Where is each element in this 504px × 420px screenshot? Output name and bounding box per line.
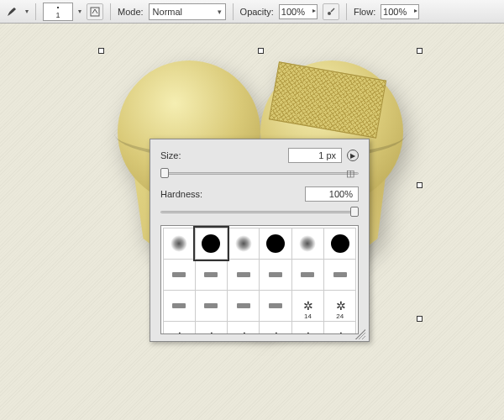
transform-handle[interactable]	[258, 48, 264, 54]
flow-label: Flow:	[354, 7, 375, 17]
brush-thumbnail-icon: ✲	[207, 330, 215, 335]
brush-preset-item[interactable]	[323, 259, 356, 291]
brush-thumbnail-icon	[237, 303, 250, 308]
hardness-input[interactable]: 100%	[305, 186, 359, 202]
brush-thumbnail-icon: ✲	[336, 330, 344, 335]
brush-preset-item[interactable]	[163, 290, 196, 322]
brush-preset-item[interactable]	[163, 228, 196, 260]
brush-preset-item[interactable]	[163, 259, 196, 291]
brush-thumbnail-icon	[172, 272, 186, 277]
hardness-slider[interactable]	[160, 205, 359, 218]
brush-preset-size: 1	[55, 11, 60, 19]
flow-value: 100%	[383, 7, 407, 17]
opacity-input[interactable]: 100% ▸	[279, 4, 318, 19]
brush-thumbnail-icon	[237, 272, 250, 277]
brush-preset-item[interactable]: ✲17	[323, 321, 356, 335]
brush-preset-item[interactable]: ✲59	[259, 321, 291, 335]
divider	[35, 3, 36, 20]
brush-thumbnail-icon	[331, 234, 349, 253]
brush-thumbnail-icon: ✲	[303, 299, 312, 312]
brush-thumbnail-icon: ✲	[239, 330, 248, 335]
brush-thumbnail-icon	[266, 234, 285, 253]
brush-thumbnail-icon	[269, 303, 282, 308]
brush-preset-chevron-icon[interactable]: ▾	[78, 8, 81, 15]
divider	[346, 3, 347, 20]
brush-preset-list[interactable]: ✲14✲24✲27✲39✲46✲59✲11✲17	[160, 225, 359, 334]
brush-preset-item[interactable]	[291, 259, 324, 291]
size-input[interactable]: 1 px	[288, 148, 342, 163]
options-bar: ▾ 1 ▾ Mode: Normal ▾ Opacity: 100% ▸ Flo…	[0, 0, 504, 24]
brush-preset-preview[interactable]: 1	[43, 3, 73, 21]
brush-thumbnail-icon	[301, 272, 314, 277]
flyout-menu-button[interactable]: ▶	[347, 150, 359, 161]
brush-preset-item[interactable]	[259, 228, 291, 260]
brush-thumbnail-icon	[172, 303, 186, 308]
new-preset-icon[interactable]: ◫	[346, 168, 356, 178]
brush-thumbnail-icon	[204, 303, 218, 308]
size-slider[interactable]: ◫	[160, 166, 359, 180]
chevron-down-icon: ▾	[218, 8, 222, 16]
brush-thumbnail-icon	[202, 234, 220, 253]
tablet-pressure-opacity-button[interactable]	[323, 3, 339, 20]
brush-thumbnail-icon	[204, 272, 218, 277]
brush-preset-item[interactable]: ✲11	[291, 321, 324, 335]
brush-thumbnail-icon	[269, 272, 282, 277]
brush-preset-item[interactable]	[195, 290, 228, 322]
flyout-arrow-icon[interactable]: ▸	[312, 7, 316, 14]
brush-thumbnail-icon	[333, 272, 347, 277]
brush-preset-item[interactable]	[227, 290, 260, 322]
brush-preset-item[interactable]	[227, 228, 260, 260]
transform-handle[interactable]	[98, 48, 104, 54]
brush-thumbnail-icon	[171, 235, 187, 252]
brush-size-label: 14	[304, 312, 312, 320]
brush-preset-item[interactable]: ✲46	[227, 321, 260, 335]
brush-preset-item[interactable]	[259, 290, 291, 322]
hardness-label: Hardness:	[160, 189, 202, 199]
flow-input[interactable]: 100% ▸	[381, 4, 419, 19]
brush-thumbnail-icon	[299, 235, 316, 252]
brush-preset-item[interactable]	[323, 228, 356, 260]
mode-label: Mode:	[118, 7, 144, 17]
brush-preset-item[interactable]: ✲27	[163, 321, 196, 335]
mode-value: Normal	[153, 7, 182, 17]
transform-handle[interactable]	[417, 182, 423, 188]
brush-preset-item[interactable]: ✲24	[323, 290, 356, 322]
mode-select[interactable]: Normal ▾	[149, 3, 226, 20]
brush-thumbnail-icon: ✲	[336, 299, 344, 312]
brush-preset-item[interactable]	[259, 259, 291, 291]
opacity-label: Opacity:	[240, 7, 274, 17]
transform-handle[interactable]	[417, 48, 423, 54]
brush-preset-item[interactable]: ✲14	[291, 290, 324, 322]
brush-size-label: 24	[336, 312, 344, 320]
flyout-arrow-icon[interactable]: ▸	[414, 7, 417, 14]
brush-preset-item[interactable]	[291, 228, 324, 260]
brush-thumbnail-icon: ✲	[271, 330, 280, 335]
divider	[233, 3, 234, 20]
hardness-value: 100%	[329, 189, 353, 199]
size-value: 1 px	[318, 150, 336, 160]
brush-thumbnail-icon: ✲	[303, 330, 312, 335]
brush-preset-panel: Size: 1 px ▶ ◫ Hardness: 100% ✲14✲24✲27✲…	[150, 139, 370, 342]
brush-thumbnail-icon: ✲	[175, 330, 183, 335]
brush-preset-item[interactable]: ✲39	[195, 321, 228, 335]
size-label: Size:	[160, 150, 181, 160]
transform-handle[interactable]	[417, 316, 423, 322]
brush-preset-item[interactable]	[195, 259, 228, 291]
brush-preset-item[interactable]	[227, 259, 260, 291]
divider	[110, 3, 111, 20]
opacity-value: 100%	[281, 7, 305, 17]
brush-tool-icon[interactable]	[3, 3, 20, 20]
resize-gripper-icon[interactable]	[355, 329, 365, 339]
svg-point-1	[328, 12, 331, 15]
brush-thumbnail-icon	[235, 235, 252, 252]
brush-preset-item[interactable]	[195, 228, 228, 260]
brush-panel-toggle-button[interactable]	[87, 3, 103, 20]
tool-preset-chevron-icon[interactable]: ▾	[25, 8, 29, 15]
